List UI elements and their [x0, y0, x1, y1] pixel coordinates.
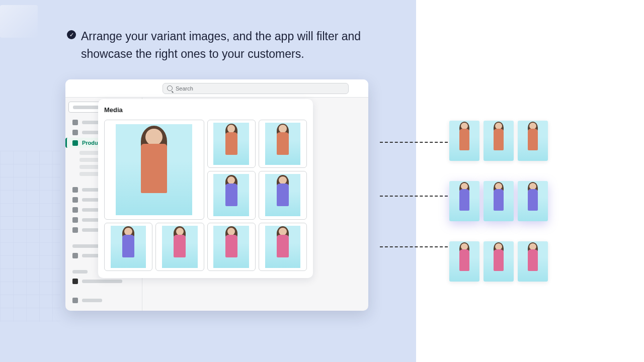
- result-thumb: [484, 121, 514, 161]
- decoration: [0, 5, 38, 38]
- result-thumb: [449, 241, 479, 282]
- variant-result-groups: [449, 121, 555, 302]
- headline-row: ✓ Arrange your variant images, and the a…: [67, 28, 399, 62]
- discounts-icon: [72, 227, 78, 233]
- result-thumb: [518, 241, 548, 282]
- analytics-icon: [72, 207, 78, 213]
- variant-group-pink: [449, 241, 555, 282]
- variant-group-orange: [449, 121, 555, 161]
- search-placeholder: Search: [176, 85, 193, 92]
- topbar: Search: [65, 79, 368, 98]
- home-icon: [72, 120, 78, 125]
- connector-line: [380, 246, 448, 247]
- connector-line: [380, 196, 448, 197]
- result-thumb: [518, 121, 548, 161]
- customers-icon: [72, 187, 78, 193]
- result-thumb: [518, 181, 548, 221]
- media-thumb[interactable]: [207, 223, 256, 271]
- media-thumb[interactable]: [259, 171, 307, 219]
- result-thumb: [449, 121, 479, 161]
- media-title: Media: [104, 106, 307, 114]
- media-panel: Media: [98, 99, 313, 278]
- media-thumb-main[interactable]: [104, 120, 204, 220]
- store-icon: [72, 253, 78, 258]
- marketing-icon: [72, 217, 78, 223]
- orders-icon: [72, 130, 78, 135]
- result-thumb: [449, 181, 479, 221]
- decoration-grid: [0, 151, 60, 322]
- media-thumb[interactable]: [207, 120, 256, 168]
- search-input[interactable]: Search: [163, 83, 349, 94]
- search-icon: [167, 85, 173, 91]
- variant-group-purple: [449, 181, 555, 221]
- result-thumb: [484, 181, 514, 221]
- app-icon: [72, 279, 78, 284]
- sidebar-item-settings[interactable]: [68, 296, 139, 305]
- sidebar-subitem[interactable]: [79, 151, 100, 155]
- tag-icon: [72, 140, 78, 146]
- gear-icon: [72, 298, 78, 303]
- result-thumb: [484, 241, 514, 282]
- headline-text: Arrange your variant images, and the app…: [81, 28, 399, 62]
- content-icon: [72, 197, 78, 203]
- media-thumb[interactable]: [155, 223, 204, 271]
- media-grid: [104, 120, 307, 271]
- connector-line: [380, 142, 448, 143]
- sidebar-subitem[interactable]: [79, 172, 100, 176]
- media-thumb[interactable]: [207, 171, 256, 219]
- media-thumb[interactable]: [104, 223, 152, 271]
- media-thumb[interactable]: [259, 120, 307, 168]
- sidebar-item[interactable]: [68, 277, 139, 286]
- media-thumb[interactable]: [259, 223, 307, 271]
- check-icon: ✓: [67, 30, 76, 39]
